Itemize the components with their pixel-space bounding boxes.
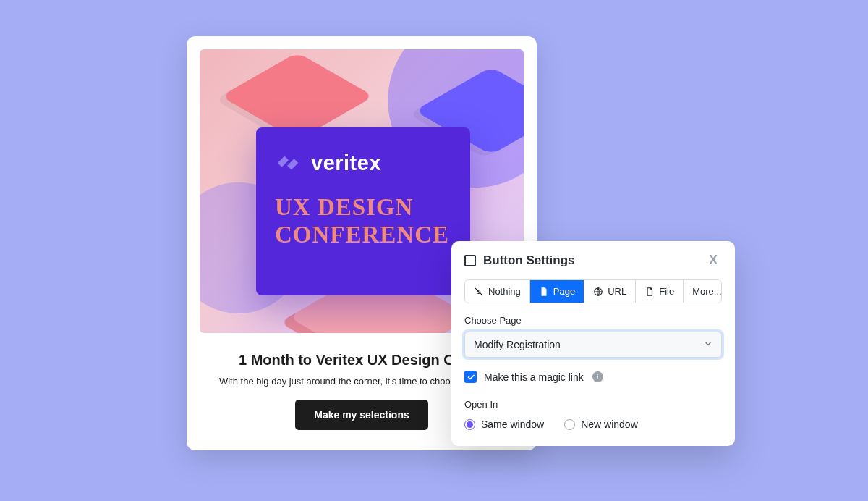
tab-label: URL <box>608 286 626 297</box>
veritex-logo-icon <box>275 149 302 177</box>
tab-nothing[interactable]: Nothing <box>465 280 530 303</box>
magic-link-label: Make this a magic link <box>484 371 584 383</box>
globe-icon <box>593 287 603 297</box>
brand-name: veritex <box>311 151 381 175</box>
tab-label: More... <box>692 286 721 297</box>
open-in-label: Open In <box>464 399 722 410</box>
button-settings-popover: Button Settings X Nothing Page <box>451 241 735 446</box>
link-type-tabs: Nothing Page URL File <box>464 279 722 303</box>
magic-link-checkbox[interactable] <box>464 371 477 383</box>
selected-page-value: Modify Registration <box>474 339 561 350</box>
tab-url[interactable]: URL <box>584 280 636 303</box>
radio-dot-icon <box>564 419 575 430</box>
tab-label: File <box>659 286 674 297</box>
popover-title: Button Settings <box>483 253 575 268</box>
tab-label: Page <box>553 286 575 297</box>
conference-title: UX DESIGN CONFERENCE <box>275 194 451 249</box>
make-selections-button[interactable]: Make my selections <box>295 400 428 430</box>
tab-page[interactable]: Page <box>530 280 584 303</box>
chevron-down-icon <box>704 339 712 350</box>
radio-dot-icon <box>464 419 475 430</box>
radio-same-window[interactable]: Same window <box>464 418 544 430</box>
radio-label: Same window <box>481 418 544 430</box>
brand-card: veritex UX DESIGN CONFERENCE <box>256 127 470 295</box>
tab-more[interactable]: More... <box>684 280 722 303</box>
unlink-icon <box>474 287 484 297</box>
button-element-icon <box>464 255 476 266</box>
radio-new-window[interactable]: New window <box>564 418 638 430</box>
close-icon[interactable]: X <box>705 251 722 269</box>
radio-label: New window <box>581 418 638 430</box>
page-icon <box>539 287 549 297</box>
info-icon[interactable]: i <box>592 371 603 382</box>
tab-label: Nothing <box>488 286 521 297</box>
choose-page-label: Choose Page <box>464 315 722 326</box>
page-select[interactable]: Modify Registration <box>464 332 722 358</box>
tab-file[interactable]: File <box>636 280 684 303</box>
file-icon <box>644 287 655 297</box>
